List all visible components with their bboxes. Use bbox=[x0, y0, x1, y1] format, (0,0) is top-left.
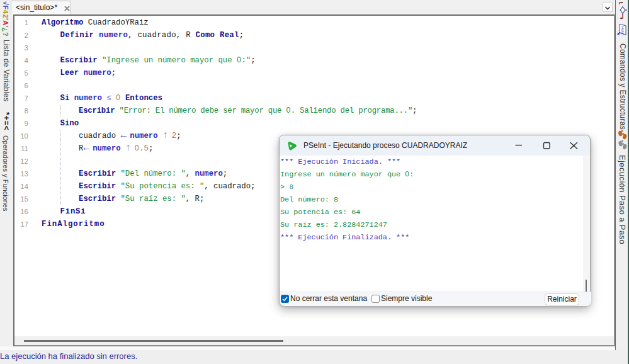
svg-text:Hola!: Hola! bbox=[621, 26, 625, 35]
